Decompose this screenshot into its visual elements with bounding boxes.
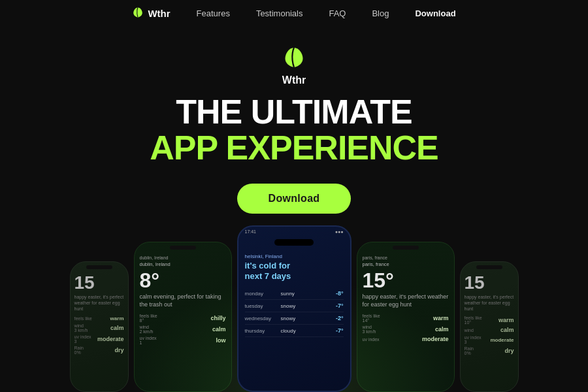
far-left-warm: warm	[110, 316, 124, 321]
left-wind-label: wind2 km/h	[140, 325, 154, 334]
forecast-temp-2: -2°	[336, 315, 344, 321]
far-right-uv-label: uv index3	[465, 335, 482, 344]
forecast-cond-1: snowy	[281, 303, 336, 309]
center-status-bar: 17:41 ●●●	[238, 227, 350, 234]
far-left-wind-label: wind3 km/h	[74, 323, 88, 333]
far-right-dry: dry	[504, 348, 514, 354]
hero-title-line2: APP EXPERIENCE	[150, 130, 438, 166]
right-city1: paris, france	[363, 255, 449, 260]
right-calm: calm	[435, 326, 449, 333]
center-time: 17:41	[245, 229, 257, 234]
far-left-rain-label: Rain0%	[74, 346, 84, 355]
left-low: low	[216, 337, 226, 344]
far-right-desc: happy easter, it's perfect weather for e…	[465, 294, 514, 312]
far-right-temp: 15	[465, 274, 514, 292]
forecast-day-1: tuesday	[245, 303, 281, 309]
nav-logo[interactable]: Wthr	[132, 7, 170, 20]
far-right-moderate: moderate	[490, 337, 514, 343]
forecast-row-2: wednesday snowy -2°	[245, 312, 344, 325]
forecast-day-0: monday	[245, 291, 281, 297]
forecast-row-1: tuesday snowy -7°	[245, 300, 344, 312]
far-left-feels-label: feels like	[74, 316, 92, 321]
left-city1: dublin, Ireland	[140, 255, 226, 260]
nav-blog[interactable]: Blog	[372, 8, 389, 18]
left-chilly: chilly	[210, 315, 225, 321]
right-desc: happy easter, it's perfect weather for e…	[363, 293, 449, 308]
right-city2: paris, france	[363, 261, 449, 267]
far-right-wind-label: wind	[465, 328, 474, 333]
right-temp: 15°	[363, 270, 449, 291]
far-left-moderate: moderate	[97, 336, 124, 342]
forecast-list: monday sunny -8° tuesday snowy -7° wedne…	[245, 287, 344, 337]
center-status-icons: ●●●	[335, 229, 344, 234]
hero-logo: Wthr	[282, 46, 306, 86]
dynamic-island	[274, 239, 314, 246]
phone-center: 17:41 ●●● helsinki, Finland it's cold fo…	[237, 225, 351, 392]
far-left-dry: dry	[114, 347, 123, 353]
left-temp: 8°	[140, 270, 226, 291]
hero-section: Wthr THE ULTIMATE APP EXPERIENCE Downloa…	[0, 26, 588, 235]
far-right-rain-label: Rain0%	[465, 346, 474, 355]
hero-logo-text: Wthr	[282, 74, 306, 86]
left-calm: calm	[212, 326, 226, 333]
far-right-calm: calm	[500, 327, 514, 333]
forecast-temp-1: -7°	[336, 302, 344, 309]
left-uv-label: uv index1	[140, 336, 157, 345]
nav-features[interactable]: Features	[197, 8, 230, 18]
forecast-temp-3: -7°	[336, 327, 344, 334]
phone-far-right: 15 happy easter, it's perfect weather fo…	[460, 261, 519, 392]
forecast-cond-2: snowy	[281, 316, 336, 321]
phones-showcase: 15 happy easter, it's perfect weather fo…	[0, 222, 588, 392]
left-desc: calm evening, perfect for taking the tra…	[140, 293, 226, 308]
right-uv-label: uv index	[363, 337, 380, 342]
left-feels-label: feels like8°	[140, 314, 157, 323]
nav-faq[interactable]: FAQ	[329, 8, 346, 18]
center-city: helsinki, Finland	[245, 253, 344, 259]
download-button[interactable]: Download	[237, 184, 351, 214]
nav-download[interactable]: Download	[415, 8, 455, 18]
far-left-uv-label: uv index3	[74, 335, 91, 344]
leaf-icon	[132, 7, 144, 20]
far-right-feels-label: feels like10°	[465, 316, 482, 325]
right-warm: warm	[433, 315, 449, 321]
nav-testimonials[interactable]: Testimonials	[256, 8, 303, 18]
right-wind-label: wind3 km/h	[363, 325, 376, 334]
hero-leaf-icon	[282, 46, 306, 72]
forecast-cond-0: sunny	[281, 291, 336, 297]
forecast-day-3: thursday	[245, 328, 281, 334]
nav-logo-text: Wthr	[148, 8, 170, 19]
center-headline: it's cold fornext 7 days	[245, 261, 344, 281]
forecast-temp-0: -8°	[336, 290, 344, 297]
center-content: helsinki, Finland it's cold fornext 7 da…	[238, 250, 350, 341]
far-left-desc: happy easter, it's perfect weather for e…	[74, 294, 124, 312]
hero-title-line1: THE ULTIMATE	[176, 94, 412, 130]
phone-right: paris, france paris, france 15° happy ea…	[357, 242, 455, 392]
far-left-temp: 15	[74, 274, 124, 292]
navigation: Wthr Features Testimonials FAQ Blog Down…	[0, 0, 588, 26]
right-moderate: moderate	[422, 336, 449, 342]
far-right-warm: warm	[498, 317, 514, 323]
forecast-row-0: monday sunny -8°	[245, 287, 344, 300]
right-feels-label: feels like14°	[363, 314, 380, 323]
phone-left: dublin, Ireland dublin, Ireland 8° calm …	[134, 242, 232, 392]
phone-far-left: 15 happy easter, it's perfect weather fo…	[70, 261, 129, 392]
left-city2: dublin, Ireland	[140, 261, 226, 267]
forecast-day-2: wednesday	[245, 316, 281, 321]
forecast-row-3: thursday cloudy -7°	[245, 325, 344, 337]
forecast-cond-3: cloudy	[281, 328, 336, 334]
far-left-calm: calm	[110, 325, 124, 331]
